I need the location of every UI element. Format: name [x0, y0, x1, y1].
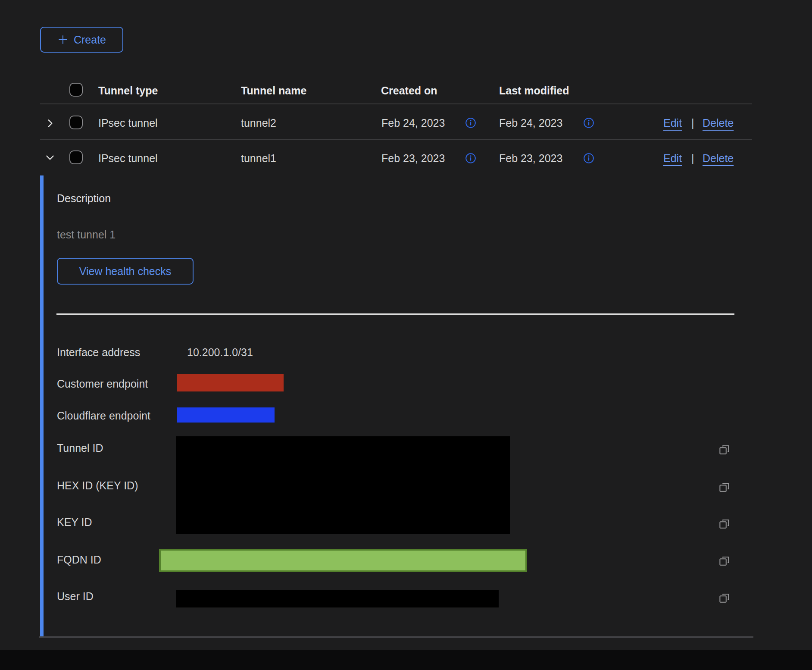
row2-created-on: Feb 23, 2023 [381, 152, 445, 165]
expanded-row-accent-bar [40, 175, 44, 637]
row2-checkbox[interactable] [69, 150, 83, 164]
user-id-redaction [176, 590, 499, 607]
row2-last-modified: Feb 23, 2023 [499, 152, 562, 165]
row2-action-separator: | [691, 152, 694, 165]
row1-delete-link[interactable]: Delete [703, 117, 734, 129]
detail-value-interface-address: 10.200.1.0/31 [187, 346, 253, 359]
tunnel-id-copy-icon[interactable] [718, 442, 731, 456]
detail-label-interface-address: Interface address [57, 346, 140, 359]
detail-label-key-id: KEY ID [57, 516, 92, 529]
tunnel-id-redaction [176, 436, 510, 534]
cloudflare-endpoint-redaction [177, 407, 275, 423]
plus-icon [57, 34, 69, 45]
hex-id-copy-icon[interactable] [718, 480, 731, 494]
description-value: test tunnel 1 [57, 229, 116, 241]
create-button-label: Create [74, 34, 106, 46]
row2-tunnel-name: tunnel1 [241, 152, 276, 165]
row1-created-info-icon[interactable] [465, 117, 476, 128]
customer-endpoint-redaction [177, 374, 284, 391]
row2-modified-info-icon[interactable] [583, 153, 594, 164]
row1-created-on: Feb 24, 2023 [381, 117, 445, 129]
select-all-checkbox[interactable] [69, 83, 83, 97]
row1-checkbox[interactable] [69, 116, 83, 129]
column-header-tunnel-type: Tunnel type [98, 85, 158, 97]
detail-label-user-id: User ID [57, 590, 94, 603]
row2-delete-link[interactable]: Delete [703, 152, 734, 165]
detail-label-cloudflare-endpoint: Cloudflare endpoint [57, 410, 150, 422]
row2-tunnel-type: IPsec tunnel [98, 152, 158, 165]
detail-label-fqdn-id: FQDN ID [57, 554, 101, 566]
row1-expand-chevron-right-icon[interactable] [44, 118, 56, 129]
section-divider [56, 313, 734, 315]
row1-tunnel-type: IPsec tunnel [98, 117, 158, 129]
row1-modified-info-icon[interactable] [583, 117, 594, 128]
row1-action-separator: | [691, 117, 694, 129]
row1-last-modified: Feb 24, 2023 [499, 117, 562, 129]
description-label: Description [57, 192, 111, 205]
detail-label-hex-id: HEX ID (KEY ID) [57, 479, 138, 492]
row2-edit-link[interactable]: Edit [663, 152, 682, 165]
fqdn-id-copy-icon[interactable] [718, 554, 731, 567]
row1-divider [40, 139, 752, 140]
header-divider [40, 103, 752, 104]
user-id-copy-icon[interactable] [718, 591, 731, 604]
footer-strip [0, 650, 812, 670]
fqdn-id-redaction [159, 549, 527, 572]
key-id-copy-icon[interactable] [718, 517, 731, 530]
detail-label-tunnel-id: Tunnel ID [57, 442, 103, 454]
detail-label-customer-endpoint: Customer endpoint [57, 378, 148, 390]
column-header-created-on: Created on [381, 85, 437, 97]
column-header-last-modified: Last modified [499, 85, 569, 97]
view-health-checks-button[interactable]: View health checks [57, 258, 194, 285]
tunnels-page: Create Tunnel type Tunnel name Created o… [0, 0, 812, 670]
panel-bottom-divider [39, 636, 753, 638]
row1-tunnel-name: tunnel2 [241, 117, 276, 129]
view-health-checks-label: View health checks [79, 265, 172, 278]
create-button[interactable]: Create [40, 27, 123, 53]
row1-edit-link[interactable]: Edit [663, 117, 682, 129]
row2-created-info-icon[interactable] [465, 153, 476, 164]
column-header-tunnel-name: Tunnel name [241, 85, 306, 97]
row2-expand-chevron-down-icon[interactable] [44, 152, 56, 163]
